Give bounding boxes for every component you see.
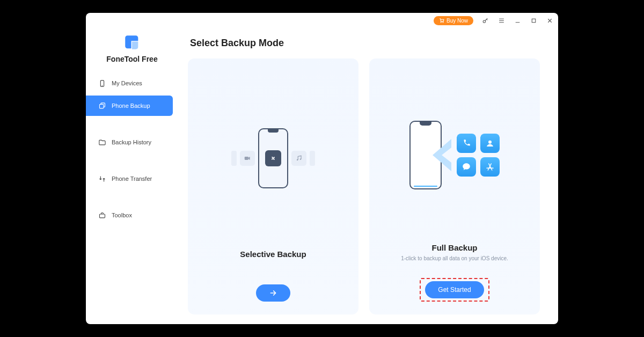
svg-rect-6 bbox=[99, 214, 105, 218]
sidebar-nav: My Devices Phone Backup Backup History bbox=[86, 73, 178, 225]
card-selective-backup[interactable]: Selective Backup bbox=[188, 58, 358, 314]
key-icon[interactable] bbox=[481, 16, 489, 25]
svg-rect-5 bbox=[99, 104, 104, 108]
svg-point-8 bbox=[488, 141, 492, 144]
fan-icon bbox=[265, 150, 281, 166]
get-started-label: Get Started bbox=[438, 286, 471, 294]
get-started-button[interactable]: Get Started bbox=[425, 281, 484, 298]
sidebar: FoneTool Free My Devices Phone Backup bbox=[86, 28, 178, 324]
card-title: Selective Backup bbox=[240, 250, 306, 259]
transfer-arrow-icon bbox=[430, 139, 451, 171]
svg-rect-3 bbox=[532, 19, 536, 23]
titlebar: Buy Now bbox=[86, 13, 558, 28]
svg-point-1 bbox=[443, 22, 443, 23]
sidebar-item-phone-transfer[interactable]: Phone Transfer bbox=[86, 169, 173, 189]
music-icon bbox=[291, 151, 306, 166]
phone-app-icon bbox=[457, 134, 476, 153]
transfer-icon bbox=[98, 174, 106, 183]
main: Select Backup Mode bbox=[178, 28, 558, 324]
message-app-icon bbox=[457, 157, 476, 177]
selective-continue-button[interactable] bbox=[256, 284, 290, 302]
page-title: Select Backup Mode bbox=[190, 38, 540, 49]
svg-point-2 bbox=[483, 20, 485, 22]
card-title: Full Backup bbox=[431, 243, 477, 252]
body: FoneTool Free My Devices Phone Backup bbox=[86, 28, 558, 324]
minimize-icon[interactable] bbox=[513, 16, 522, 25]
video-icon bbox=[240, 151, 255, 166]
placeholder-chip-left bbox=[231, 151, 237, 166]
phone-illustration-icon bbox=[258, 128, 288, 188]
sidebar-item-label: Backup History bbox=[112, 139, 151, 145]
sidebar-item-toolbox[interactable]: Toolbox bbox=[86, 205, 173, 225]
buy-now-button[interactable]: Buy Now bbox=[434, 16, 473, 25]
app-window: Buy Now FoneTool Free bbox=[86, 13, 558, 324]
highlight-annotation: Get Started bbox=[420, 278, 489, 302]
svg-rect-7 bbox=[245, 157, 248, 160]
sidebar-item-backup-history[interactable]: Backup History bbox=[86, 132, 173, 152]
maximize-icon[interactable] bbox=[529, 16, 538, 25]
close-icon[interactable] bbox=[545, 16, 554, 25]
card-description: 1-click to backup all data on your iOS d… bbox=[401, 255, 508, 263]
sidebar-item-label: Toolbox bbox=[112, 212, 132, 218]
brand-logo-icon bbox=[123, 33, 141, 52]
full-illustration bbox=[377, 69, 532, 241]
brand-name: FoneTool Free bbox=[106, 55, 157, 63]
sidebar-item-phone-backup[interactable]: Phone Backup bbox=[86, 96, 173, 116]
contact-app-icon bbox=[480, 134, 500, 153]
appstore-app-icon bbox=[480, 157, 500, 177]
toolbox-icon bbox=[98, 211, 106, 219]
sidebar-item-label: Phone Transfer bbox=[112, 175, 152, 182]
stack-icon bbox=[98, 101, 106, 110]
card-full-backup[interactable]: Full Backup 1-click to backup all data o… bbox=[369, 58, 540, 314]
phone-outline-icon bbox=[98, 79, 106, 87]
cart-icon bbox=[439, 18, 444, 23]
sidebar-item-label: My Devices bbox=[112, 80, 142, 86]
sidebar-item-label: Phone Backup bbox=[112, 102, 150, 109]
brand: FoneTool Free bbox=[86, 31, 178, 73]
sidebar-item-my-devices[interactable]: My Devices bbox=[86, 73, 173, 93]
cards-row: Selective Backup bbox=[188, 58, 540, 314]
svg-point-0 bbox=[441, 22, 441, 23]
arrow-right-icon bbox=[269, 289, 277, 297]
folder-icon bbox=[98, 138, 106, 146]
buy-now-label: Buy Now bbox=[447, 18, 468, 24]
selective-illustration bbox=[195, 69, 351, 247]
placeholder-chip-right bbox=[310, 151, 315, 166]
menu-icon[interactable] bbox=[497, 16, 506, 25]
